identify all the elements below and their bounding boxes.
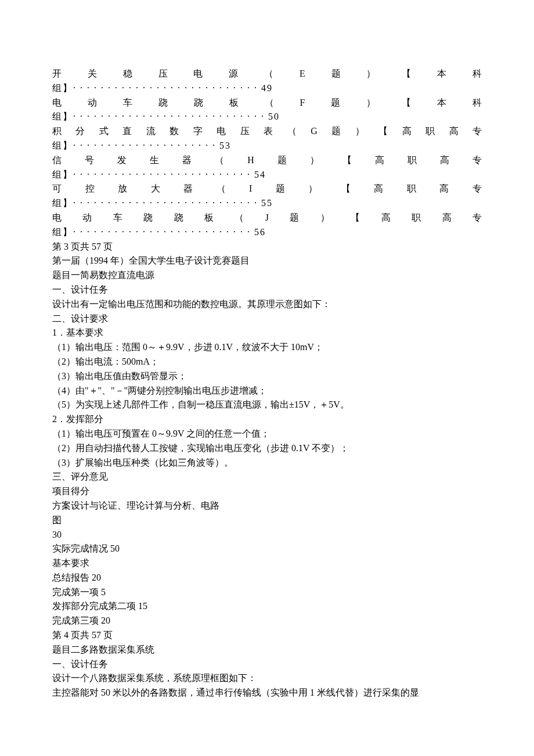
section-heading: 三、评分意见 — [52, 470, 482, 484]
subsection-heading: 2．发挥部分 — [52, 412, 482, 427]
body-text: 图 — [52, 513, 482, 528]
toc-entry-line2: 组】· · · · · · · · · · · · · · · · · · · … — [52, 139, 482, 153]
subsection-heading: 1．基本要求 — [52, 326, 482, 340]
section-heading: 一、设计任务 — [52, 657, 482, 672]
toc-entry: 电动车跷跷板（J题）【高职高专 组】· · · · · · · · · · · … — [52, 211, 482, 240]
document-page: 开关稳压电源（E题）【本科 组】· · · · · · · · · · · · … — [0, 0, 534, 735]
toc-entry-line2: 组】· · · · · · · · · · · · · · · · · · · … — [52, 110, 482, 124]
toc-entry: 电动车跷跷板（F题）【本科 组】· · · · · · · · · · · · … — [52, 96, 482, 125]
toc-entry-line1: 开关稳压电源（E题）【本科 — [52, 67, 482, 81]
score-item: 完成第三项 20 — [52, 614, 482, 628]
requirement-item: （2）用自动扫描代替人工按键，实现输出电压变化（步进 0.1V 不变）； — [52, 441, 482, 456]
requirement-item: （2）输出电流：500mA； — [52, 355, 482, 369]
score-item: 总结报告 20 — [52, 571, 482, 585]
toc-entry-line1: 可控放大器（I题）【高职高专 — [52, 182, 482, 196]
requirement-item: （3）扩展输出电压种类（比如三角波等）。 — [52, 456, 482, 470]
requirement-item: （3）输出电压值由数码管显示； — [52, 369, 482, 384]
toc-entry-line2: 组】· · · · · · · · · · · · · · · · · · · … — [52, 168, 482, 182]
toc-entry-line1: 电动车跷跷板（J题）【高职高专 — [52, 211, 482, 225]
topic-title: 题目一简易数控直流电源 — [52, 268, 482, 283]
body-text: 设计出有一定输出电压范围和功能的数控电源。其原理示意图如下： — [52, 297, 482, 312]
requirement-item: （4）由"＋"、"－"两键分别控制输出电压步进增减； — [52, 384, 482, 398]
page-indicator: 第 4 页共 57 页 — [52, 628, 482, 643]
competition-title: 第一届（1994 年）全国大学生电子设计竞赛题目 — [52, 254, 482, 268]
toc-entry-line2: 组】· · · · · · · · · · · · · · · · · · · … — [52, 81, 482, 96]
page-indicator: 第 3 页共 57 页 — [52, 240, 482, 254]
section-heading: 一、设计任务 — [52, 283, 482, 297]
body-text: 项目得分 — [52, 484, 482, 499]
section-heading: 二、设计要求 — [52, 312, 482, 326]
body-text: 设计一个八路数据采集系统，系统原理框图如下： — [52, 671, 482, 686]
topic-title: 题目二多路数据采集系统 — [52, 643, 482, 657]
toc-entry-line2: 组】· · · · · · · · · · · · · · · · · · · … — [52, 196, 482, 211]
requirement-item: （5）为实现上述几部件工作，自制一稳压直流电源，输出±15V，＋5V。 — [52, 398, 482, 412]
score-item: 实际完成情况 50 — [52, 542, 482, 556]
requirement-item: （1）输出电压可预置在 0～9.9V 之间的任意一个值； — [52, 427, 482, 441]
score-item: 发挥部分完成第二项 15 — [52, 599, 482, 614]
body-text: 基本要求 — [52, 556, 482, 571]
toc-entry-line1: 电动车跷跷板（F题）【本科 — [52, 96, 482, 110]
toc-entry: 可控放大器（I题）【高职高专 组】· · · · · · · · · · · ·… — [52, 182, 482, 211]
score-value: 30 — [52, 528, 482, 542]
toc-entry-line1: 积分式直流数字电压表（G题）【高职高专 — [52, 124, 482, 139]
body-text: 方案设计与论证、理论计算与分析、电路 — [52, 499, 482, 513]
toc-entry-line2: 组】· · · · · · · · · · · · · · · · · · · … — [52, 225, 482, 240]
toc-entry-line1: 信号发生器（H题）【高职高专 — [52, 153, 482, 168]
body-text: 主控器能对 50 米以外的各路数据，通过串行传输线（实验中用 1 米线代替）进行… — [52, 686, 482, 700]
toc-entry: 积分式直流数字电压表（G题）【高职高专 组】· · · · · · · · · … — [52, 124, 482, 153]
requirement-item: （1）输出电压：范围 0～＋9.9V，步进 0.1V，纹波不大于 10mV； — [52, 340, 482, 355]
toc-entry: 信号发生器（H题）【高职高专 组】· · · · · · · · · · · ·… — [52, 153, 482, 182]
toc-entry: 开关稳压电源（E题）【本科 组】· · · · · · · · · · · · … — [52, 67, 482, 96]
score-item: 完成第一项 5 — [52, 585, 482, 600]
